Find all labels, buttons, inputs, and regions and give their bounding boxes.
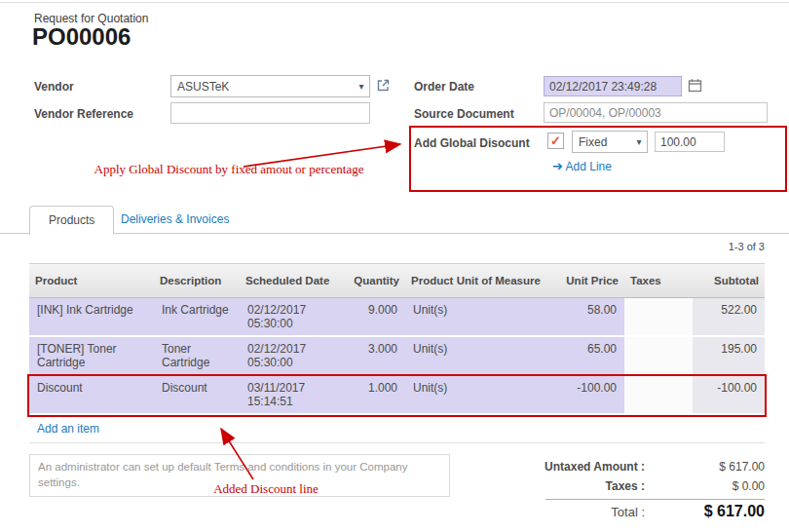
table-row-toner[interactable]: [TONER] Toner Cartridge Toner Cartridge … (29, 337, 765, 376)
untaxed-amount-label: Untaxed Amount : (544, 460, 645, 474)
discount-amount-input[interactable] (655, 132, 725, 152)
column-header-description[interactable]: Description (154, 263, 240, 298)
untaxed-amount-row: Untaxed Amount : $ 617.00 (544, 460, 765, 474)
cell-subtotal: -100.00 (693, 376, 765, 415)
vendor-select[interactable]: ASUSTeK ▾ (170, 75, 370, 97)
vendor-select-value: ASUSTeK (171, 80, 354, 94)
cell-taxes (624, 376, 693, 415)
arrow-right-icon: ➔ (552, 159, 563, 173)
annotation-discount-line-note: Added Discount line (193, 481, 339, 497)
page-title: PO00006 (32, 23, 131, 51)
source-document-label: Source Document (414, 107, 514, 121)
order-date-label: Order Date (414, 80, 474, 94)
cell-quantity: 9.000 (339, 298, 405, 337)
column-header-product[interactable]: Product (29, 263, 154, 298)
cell-unit-price: -100.00 (551, 376, 624, 415)
cell-product: [INK] Ink Cartridge (29, 298, 154, 337)
discount-type-select[interactable]: Fixed ▾ (572, 131, 648, 153)
tab-products[interactable]: Products (29, 206, 114, 235)
total-value: $ 617.00 (645, 503, 765, 520)
cell-scheduled-date: 02/12/2017 05:30:00 (240, 298, 339, 337)
external-link-icon[interactable] (376, 78, 391, 93)
table-header-row: Product Description Scheduled Date Quant… (29, 263, 765, 298)
column-header-quantity[interactable]: Quantity (339, 263, 405, 298)
global-discount-label: Add Global Disocunt (414, 136, 530, 150)
cell-taxes (624, 298, 693, 337)
vendor-reference-input[interactable] (170, 102, 370, 124)
totals-divider (545, 499, 765, 500)
order-date-input[interactable] (544, 76, 682, 96)
cell-description: Ink Cartridge (154, 298, 240, 337)
discount-type-value: Fixed (573, 135, 631, 149)
column-header-taxes[interactable]: Taxes (624, 263, 693, 298)
cell-product: [TONER] Toner Cartridge (29, 337, 154, 376)
taxes-label: Taxes : (544, 479, 645, 493)
taxes-row: Taxes : $ 0.00 (544, 479, 765, 493)
chevron-down-icon[interactable]: ▾ (631, 136, 647, 147)
add-an-item-link[interactable]: Add an item (37, 422, 99, 436)
untaxed-amount-value: $ 617.00 (645, 460, 765, 474)
add-line-link[interactable]: ➔ Add Line (552, 159, 612, 173)
vendor-reference-label: Vendor Reference (34, 107, 133, 121)
table-row-ink[interactable]: [INK] Ink Cartridge Ink Cartridge 02/12/… (29, 298, 765, 337)
global-discount-checkbox[interactable]: ✓ (547, 133, 564, 149)
tab-deliveries-invoices[interactable]: Deliveries & Invoices (121, 212, 229, 226)
cell-uom: Unit(s) (405, 337, 551, 376)
cell-scheduled-date: 03/11/2017 15:14:51 (240, 376, 339, 415)
cell-subtotal: 195.00 (693, 337, 765, 376)
total-row: Total : $ 617.00 (544, 503, 765, 520)
cell-description: Toner Cartridge (154, 337, 240, 376)
add-line-label: Add Line (566, 160, 612, 173)
rfq-form-screen: Request for Quotation PO00006 Vendor ASU… (0, 0, 789, 532)
cell-product: Discount (29, 376, 154, 415)
total-label: Total : (544, 505, 645, 519)
calendar-icon[interactable] (688, 78, 702, 93)
table-row-discount[interactable]: Discount Discount 03/11/2017 15:14:51 1.… (29, 376, 765, 415)
cell-scheduled-date: 02/12/2017 05:30:00 (240, 337, 339, 376)
cell-unit-price: 58.00 (551, 298, 624, 337)
column-header-unit-price[interactable]: Unit Price (551, 263, 624, 298)
cell-description: Discount (154, 376, 240, 415)
column-header-scheduled-date[interactable]: Scheduled Date (240, 263, 339, 298)
cell-uom: Unit(s) (405, 376, 551, 415)
cell-quantity: 1.000 (339, 376, 405, 415)
source-document-input[interactable] (544, 102, 768, 123)
cell-uom: Unit(s) (405, 298, 551, 337)
pager-text: 1-3 of 3 (729, 241, 765, 252)
vendor-label: Vendor (34, 80, 74, 94)
add-item-row: Add an item (29, 415, 765, 443)
tab-divider (0, 233, 789, 234)
top-divider (0, 2, 789, 3)
tab-deliveries-invoices-label: Deliveries & Invoices (121, 212, 229, 226)
cell-taxes (624, 337, 693, 376)
check-icon: ✓ (550, 134, 561, 147)
column-header-uom[interactable]: Product Unit of Measure (405, 263, 551, 298)
column-header-subtotal[interactable]: Subtotal (693, 263, 765, 298)
tab-products-label: Products (49, 213, 94, 227)
annotation-global-discount-note: Apply Global Discount by fixed amout or … (68, 162, 390, 177)
order-lines-table: Product Description Scheduled Date Quant… (29, 263, 765, 443)
cell-subtotal: 522.00 (693, 298, 765, 337)
cell-quantity: 3.000 (339, 337, 405, 376)
taxes-value: $ 0.00 (645, 479, 765, 493)
cell-unit-price: 65.00 (551, 337, 624, 376)
chevron-down-icon[interactable]: ▾ (354, 81, 369, 92)
